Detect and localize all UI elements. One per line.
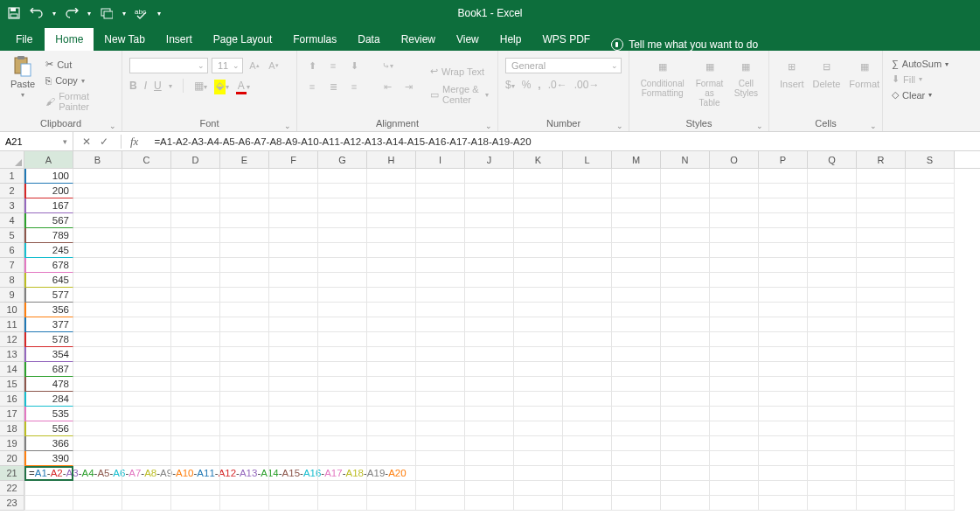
- cell[interactable]: [220, 303, 269, 317]
- cell[interactable]: [465, 288, 514, 303]
- cell[interactable]: =A1-A2-A3-A4-A5-A6-A7-A8-A9-A10-A11-A12-…: [24, 466, 73, 481]
- cell[interactable]: [367, 332, 416, 347]
- cell[interactable]: [122, 392, 171, 407]
- cell[interactable]: [612, 362, 661, 377]
- decrease-decimal-icon[interactable]: .00→: [574, 79, 600, 91]
- cell[interactable]: [857, 198, 906, 213]
- cell[interactable]: [759, 303, 808, 317]
- enter-formula-icon[interactable]: ✓: [100, 136, 108, 148]
- cell[interactable]: [661, 258, 710, 273]
- cell[interactable]: [220, 392, 269, 407]
- cell[interactable]: [318, 303, 367, 317]
- cell[interactable]: [514, 421, 563, 436]
- cell[interactable]: [24, 481, 73, 496]
- cell[interactable]: [269, 496, 318, 511]
- cell[interactable]: 354: [24, 347, 73, 362]
- cell[interactable]: [759, 243, 808, 258]
- cell[interactable]: [661, 466, 710, 481]
- cell[interactable]: [416, 421, 465, 436]
- cell[interactable]: 556: [24, 421, 73, 436]
- cell[interactable]: [759, 258, 808, 273]
- cell[interactable]: [318, 496, 367, 511]
- cell[interactable]: [563, 392, 612, 407]
- cell[interactable]: [906, 407, 955, 421]
- cell[interactable]: [612, 392, 661, 407]
- row-header[interactable]: 12: [0, 332, 24, 347]
- col-header-C[interactable]: C: [122, 151, 171, 168]
- fill-color-button[interactable]: ⬙▾: [214, 80, 229, 92]
- cell[interactable]: [514, 466, 563, 481]
- underline-button[interactable]: U: [154, 80, 162, 92]
- cell[interactable]: [661, 273, 710, 288]
- clear-button[interactable]: ◇Clear ▾: [890, 88, 963, 101]
- bold-button[interactable]: B: [129, 80, 137, 92]
- cell[interactable]: [514, 332, 563, 347]
- cell[interactable]: [710, 317, 759, 332]
- cell[interactable]: [73, 258, 122, 273]
- cell[interactable]: [857, 436, 906, 451]
- cell[interactable]: [416, 303, 465, 317]
- row-header[interactable]: 1: [0, 169, 24, 184]
- cell[interactable]: [661, 213, 710, 228]
- cell[interactable]: [514, 243, 563, 258]
- cell[interactable]: [710, 496, 759, 511]
- row-header[interactable]: 2: [0, 184, 24, 198]
- cell[interactable]: [465, 317, 514, 332]
- cell[interactable]: [808, 258, 857, 273]
- tab-view[interactable]: View: [446, 28, 490, 51]
- cell[interactable]: [514, 436, 563, 451]
- row-header[interactable]: 23: [0, 496, 24, 511]
- cell[interactable]: [318, 288, 367, 303]
- cell[interactable]: [367, 362, 416, 377]
- cell[interactable]: [563, 407, 612, 421]
- cell[interactable]: [612, 169, 661, 184]
- cell[interactable]: [220, 407, 269, 421]
- tab-insert[interactable]: Insert: [156, 28, 203, 51]
- name-box[interactable]: A21▾: [0, 132, 73, 150]
- cell[interactable]: [318, 243, 367, 258]
- tab-data[interactable]: Data: [347, 28, 390, 51]
- cell[interactable]: [269, 317, 318, 332]
- cell[interactable]: [73, 421, 122, 436]
- cell[interactable]: [612, 228, 661, 243]
- cell[interactable]: [416, 451, 465, 466]
- row-header[interactable]: 19: [0, 436, 24, 451]
- row-header[interactable]: 21: [0, 466, 24, 481]
- row-header[interactable]: 13: [0, 347, 24, 362]
- cell[interactable]: [563, 228, 612, 243]
- cell[interactable]: [220, 362, 269, 377]
- cell[interactable]: [416, 258, 465, 273]
- cell[interactable]: [122, 481, 171, 496]
- cell[interactable]: [220, 332, 269, 347]
- cell[interactable]: [122, 466, 171, 481]
- cell[interactable]: [661, 436, 710, 451]
- cell[interactable]: [220, 421, 269, 436]
- cell[interactable]: [171, 273, 220, 288]
- tab-review[interactable]: Review: [391, 28, 446, 51]
- number-format-select[interactable]: General: [505, 58, 622, 73]
- cell[interactable]: [416, 392, 465, 407]
- cell[interactable]: [710, 213, 759, 228]
- cell[interactable]: [269, 228, 318, 243]
- cell[interactable]: [73, 466, 122, 481]
- percent-format-icon[interactable]: %: [522, 79, 532, 91]
- row-header[interactable]: 5: [0, 228, 24, 243]
- copy-button[interactable]: ⎘Copy ▾: [44, 74, 115, 87]
- fill-button[interactable]: ⬇Fill ▾: [890, 73, 963, 86]
- cell[interactable]: [416, 169, 465, 184]
- cell[interactable]: [612, 377, 661, 392]
- cell[interactable]: [171, 466, 220, 481]
- cell[interactable]: [759, 228, 808, 243]
- cell[interactable]: [808, 421, 857, 436]
- cell[interactable]: [514, 377, 563, 392]
- cell[interactable]: [465, 213, 514, 228]
- cell[interactable]: [612, 303, 661, 317]
- orientation-icon[interactable]: ⤷▾: [379, 58, 395, 73]
- cell[interactable]: [171, 332, 220, 347]
- cell[interactable]: 245: [24, 243, 73, 258]
- cell[interactable]: [318, 451, 367, 466]
- cell[interactable]: [171, 347, 220, 362]
- cell[interactable]: [808, 317, 857, 332]
- cell[interactable]: [612, 243, 661, 258]
- cell[interactable]: [612, 288, 661, 303]
